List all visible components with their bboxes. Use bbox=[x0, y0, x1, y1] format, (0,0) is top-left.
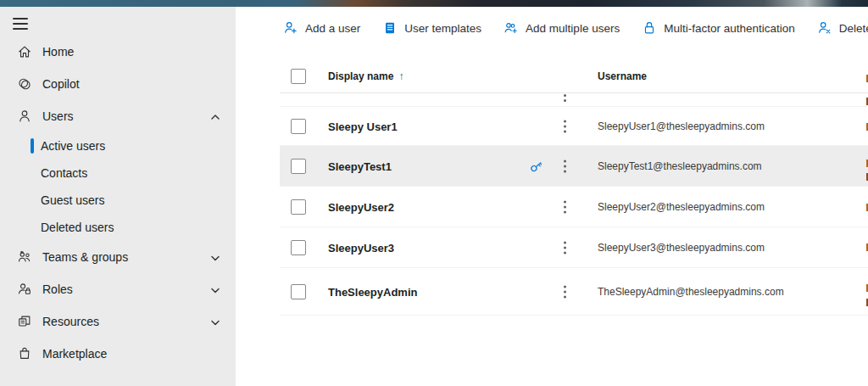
select-all-checkbox[interactable] bbox=[291, 69, 306, 84]
column-header-display-name[interactable]: Display name↑ bbox=[328, 70, 403, 82]
more-actions-icon[interactable] bbox=[560, 238, 570, 257]
sidebar-item-label: Copilot bbox=[42, 77, 80, 91]
row-checkbox[interactable] bbox=[291, 199, 306, 215]
more-actions-icon[interactable] bbox=[560, 156, 570, 176]
delete-user-button[interactable]: Delete a user bbox=[817, 20, 868, 36]
hamburger-menu-icon[interactable] bbox=[13, 18, 28, 30]
sidebar-item-active-users[interactable]: Active users bbox=[0, 132, 236, 159]
command-bar: Add a user User templates Add multiple u… bbox=[236, 7, 868, 41]
sidebar-item-label: Deleted users bbox=[41, 221, 114, 234]
column-header-username[interactable]: Username bbox=[598, 70, 647, 82]
sidebar-item-label: Users bbox=[42, 109, 74, 123]
username-text: SleepyTest1@thesleepyadmins.com bbox=[598, 160, 762, 172]
sidebar-item-teams-groups[interactable]: Teams & groups bbox=[0, 241, 236, 273]
display-name-link[interactable]: Sleepy User1 bbox=[328, 120, 398, 132]
person-icon bbox=[17, 109, 32, 124]
more-actions-icon[interactable] bbox=[560, 197, 570, 216]
row-checkbox[interactable] bbox=[291, 119, 306, 134]
toolbar-label: Delete a user bbox=[839, 22, 868, 35]
sidebar-item-resources[interactable]: Resources bbox=[0, 305, 236, 338]
table-row[interactable]: SleepyUser2 SleepyUser2@thesleepyadmins.… bbox=[280, 187, 868, 227]
chevron-down-icon[interactable] bbox=[210, 316, 220, 327]
person-delete-icon bbox=[817, 20, 832, 36]
people-group-icon bbox=[17, 249, 32, 265]
display-name-link[interactable]: SleepyUser2 bbox=[328, 200, 394, 213]
sidebar-item-label: Guest users bbox=[41, 193, 104, 207]
sidebar-item-deleted-users[interactable]: Deleted users bbox=[0, 214, 236, 241]
toolbar-label: Multi-factor authentication bbox=[664, 22, 795, 35]
row-checkbox[interactable] bbox=[291, 240, 306, 255]
add-multiple-users-button[interactable]: Add multiple users bbox=[504, 20, 620, 36]
people-add-icon bbox=[504, 20, 519, 36]
sidebar-item-copilot[interactable]: Copilot bbox=[0, 68, 236, 100]
sidebar-item-label: Contacts bbox=[41, 166, 87, 180]
sidebar-item-label: Marketplace bbox=[42, 347, 107, 361]
sidebar-item-label: Resources bbox=[42, 315, 99, 328]
add-user-button[interactable]: Add a user bbox=[283, 20, 360, 36]
sidebar-item-guest-users[interactable]: Guest users bbox=[0, 187, 236, 214]
resources-icon bbox=[17, 314, 32, 329]
sidebar-item-label: Roles bbox=[42, 283, 73, 296]
person-add-icon bbox=[283, 20, 298, 36]
username-text: TheSleepyAdmin@thesleepyadmins.com bbox=[598, 286, 784, 298]
sidebar-item-marketplace[interactable]: Marketplace bbox=[0, 338, 236, 370]
table-row[interactable]: SleepyUser3 SleepyUser3@thesleepyadmins.… bbox=[280, 227, 868, 268]
sidebar-item-home[interactable]: Home bbox=[0, 36, 236, 68]
multi-factor-authentication-button[interactable]: Multi-factor authentication bbox=[642, 20, 795, 36]
table-row[interactable]: TheSleepyAdmin TheSleepyAdmin@thesleepya… bbox=[280, 268, 868, 316]
username-text: SleepyUser3@thesleepyadmins.com bbox=[598, 242, 765, 254]
main-content: Add a user User templates Add multiple u… bbox=[236, 7, 868, 386]
sidebar-item-roles[interactable]: Roles bbox=[0, 273, 236, 305]
lock-icon bbox=[642, 20, 657, 36]
copilot-icon bbox=[17, 76, 32, 92]
toolbar-label: Add multiple users bbox=[526, 22, 620, 35]
sort-ascending-icon: ↑ bbox=[398, 70, 403, 82]
sidebar-item-label: Home bbox=[42, 45, 74, 59]
row-checkbox[interactable] bbox=[291, 284, 306, 299]
users-table: Display name↑ Username Sleepy User1 Slee… bbox=[280, 59, 868, 316]
app-frame: Home Copilot Users Active users Contacts… bbox=[0, 7, 868, 386]
display-name-link[interactable]: SleepyTest1 bbox=[328, 159, 392, 172]
username-text: SleepyUser1@thesleepyadmins.com bbox=[598, 120, 765, 132]
chevron-down-icon[interactable] bbox=[210, 284, 220, 294]
toolbar-label: User templates bbox=[404, 22, 481, 35]
more-actions-icon[interactable] bbox=[560, 282, 570, 301]
top-banner-image bbox=[0, 0, 868, 7]
toolbar-label: Add a user bbox=[305, 22, 360, 35]
sidebar: Home Copilot Users Active users Contacts… bbox=[0, 7, 236, 386]
table-row-partial bbox=[280, 93, 868, 107]
person-badge-icon bbox=[17, 282, 32, 297]
table-header-row: Display name↑ Username bbox=[280, 59, 868, 93]
home-icon bbox=[17, 44, 32, 59]
sidebar-item-users[interactable]: Users bbox=[0, 100, 236, 132]
display-name-link[interactable]: SleepyUser3 bbox=[328, 241, 394, 254]
display-name-link[interactable]: TheSleepyAdmin bbox=[328, 285, 417, 298]
more-actions-icon[interactable] bbox=[560, 116, 570, 136]
chevron-down-icon[interactable] bbox=[210, 252, 220, 262]
reset-password-key-icon[interactable] bbox=[527, 157, 546, 176]
template-icon bbox=[382, 20, 398, 36]
sidebar-item-label: Active users bbox=[41, 139, 105, 153]
username-text: SleepyUser2@thesleepyadmins.com bbox=[598, 201, 765, 213]
sidebar-item-contacts[interactable]: Contacts bbox=[0, 159, 236, 187]
row-checkbox[interactable] bbox=[291, 159, 306, 174]
user-templates-button[interactable]: User templates bbox=[382, 20, 481, 36]
shopping-bag-icon bbox=[17, 346, 32, 361]
sidebar-item-label: Teams & groups bbox=[42, 250, 128, 264]
table-row-highlighted[interactable]: SleepyTest1 SleepyTest1@thesleepyadmins.… bbox=[280, 146, 868, 187]
table-row[interactable]: Sleepy User1 SleepyUser1@thesleepyadmins… bbox=[280, 107, 868, 146]
more-actions-icon[interactable] bbox=[564, 94, 566, 102]
chevron-up-icon[interactable] bbox=[210, 111, 220, 121]
